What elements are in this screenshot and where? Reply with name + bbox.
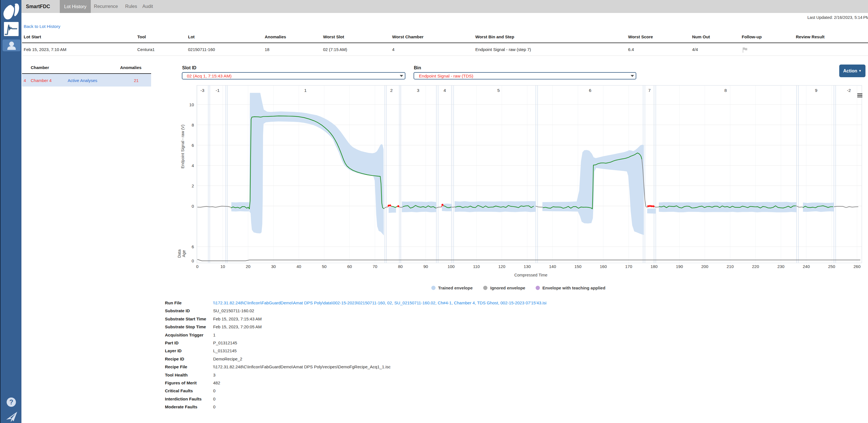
svg-text:0: 0 xyxy=(192,204,194,208)
svg-text:0: 0 xyxy=(196,264,198,269)
svg-text:1: 1 xyxy=(304,88,307,93)
svg-text:6: 6 xyxy=(589,88,591,93)
svg-text:170: 170 xyxy=(625,264,632,269)
svg-text:50: 50 xyxy=(322,264,327,269)
svg-text:70: 70 xyxy=(373,264,377,269)
svg-text:160: 160 xyxy=(600,264,607,269)
svg-text:4: 4 xyxy=(443,88,446,93)
svg-text:6: 6 xyxy=(192,244,194,249)
svg-text:Data: Data xyxy=(177,250,182,258)
svg-text:10: 10 xyxy=(189,102,194,107)
svg-text:0: 0 xyxy=(192,258,194,263)
svg-text:7: 7 xyxy=(648,88,651,93)
svg-text:100: 100 xyxy=(447,264,455,269)
svg-text:210: 210 xyxy=(726,264,734,269)
svg-text:20: 20 xyxy=(246,264,251,269)
svg-text:190: 190 xyxy=(676,264,683,269)
svg-text:110: 110 xyxy=(473,264,480,269)
svg-text:Age: Age xyxy=(182,250,186,257)
svg-text:250: 250 xyxy=(828,264,835,269)
svg-text:120: 120 xyxy=(498,264,505,269)
svg-text:220: 220 xyxy=(752,264,759,269)
svg-text:-2: -2 xyxy=(847,88,851,93)
svg-text:Compressed Time: Compressed Time xyxy=(514,273,548,277)
svg-text:240: 240 xyxy=(803,264,810,269)
svg-text:-3: -3 xyxy=(200,88,205,93)
svg-text:9: 9 xyxy=(815,88,817,93)
svg-text:10: 10 xyxy=(220,264,225,269)
svg-text:8: 8 xyxy=(192,123,194,127)
svg-text:230: 230 xyxy=(777,264,784,269)
svg-text:Endpoint Signal - raw (V): Endpoint Signal - raw (V) xyxy=(180,125,185,168)
svg-text:?: ? xyxy=(9,398,13,406)
svg-text:4: 4 xyxy=(192,163,194,168)
svg-text:90: 90 xyxy=(424,264,428,269)
svg-text:2: 2 xyxy=(390,88,393,93)
svg-text:40: 40 xyxy=(297,264,301,269)
svg-text:3: 3 xyxy=(417,88,420,93)
svg-text:8: 8 xyxy=(724,88,727,93)
svg-text:2: 2 xyxy=(192,184,194,188)
svg-text:140: 140 xyxy=(549,264,556,269)
svg-text:200: 200 xyxy=(701,264,708,269)
svg-text:6: 6 xyxy=(192,143,194,148)
svg-text:-1: -1 xyxy=(216,88,220,93)
svg-text:180: 180 xyxy=(650,264,657,269)
svg-text:30: 30 xyxy=(271,264,276,269)
svg-text:150: 150 xyxy=(574,264,581,269)
svg-text:130: 130 xyxy=(524,264,531,269)
svg-text:260: 260 xyxy=(853,264,860,269)
svg-text:80: 80 xyxy=(398,264,403,269)
svg-text:60: 60 xyxy=(347,264,352,269)
svg-text:5: 5 xyxy=(497,88,500,93)
